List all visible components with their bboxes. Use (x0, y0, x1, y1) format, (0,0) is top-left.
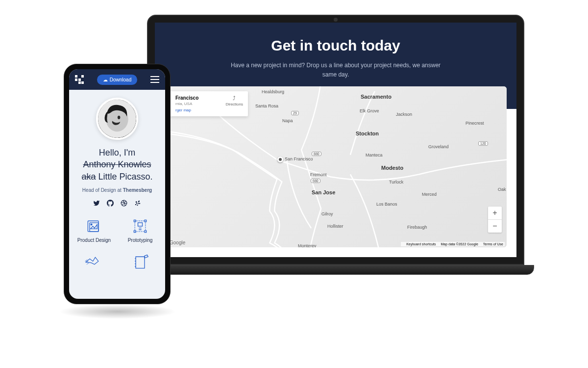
map-credits: Keyboard shortcuts Map data ©2022 Google… (401, 242, 505, 246)
zoom-in-button[interactable]: + (488, 207, 502, 219)
map-marker[interactable] (277, 157, 283, 162)
shield-120: 120 (478, 141, 488, 146)
svg-rect-11 (138, 223, 143, 226)
city-firebaugh: Firebaugh (407, 225, 427, 230)
phone-mockup: ☁ Download Hello, I'm (64, 64, 171, 304)
download-button[interactable]: ☁ Download (97, 75, 137, 85)
svg-point-6 (91, 224, 92, 225)
svg-rect-9 (134, 231, 136, 233)
map[interactable]: Francisco rnia, USA rger map ⤴ Direction… (165, 86, 507, 247)
map-larger-link[interactable]: rger map (175, 108, 242, 112)
city-jackson: Jackson (396, 112, 412, 117)
notes-icon (122, 253, 158, 271)
laptop-screen: Get in touch today Have a new project in… (155, 23, 516, 257)
cloud-download-icon: ☁ (103, 77, 108, 82)
origami-icon (76, 253, 112, 271)
city-stockton: Stockton (356, 131, 379, 136)
intro-hello: Hello, I'm (76, 147, 158, 158)
skill-prototyping: Prototyping (122, 217, 158, 243)
laptop-bezel: Get in touch today Have a new project in… (147, 15, 524, 265)
brand-logo[interactable] (75, 75, 84, 84)
intro-name: aka Little Picasso. (76, 171, 158, 183)
social-links (69, 200, 165, 208)
github-icon[interactable] (107, 200, 114, 208)
phone-bezel: ☁ Download Hello, I'm (64, 64, 171, 304)
svg-rect-8 (145, 220, 147, 222)
map-google-logo: Google (170, 240, 185, 245)
product-design-icon (76, 217, 112, 236)
city-healdsburg: Healdsburg (262, 89, 284, 94)
directions-icon: ⤴ (225, 95, 243, 101)
city-elk-grove: Elk Grove (360, 108, 379, 113)
shield-680: 680 (311, 179, 320, 183)
city-santa-rosa: Santa Rosa (255, 104, 278, 108)
svg-rect-10 (145, 231, 147, 233)
menu-button[interactable] (150, 74, 159, 85)
intro-strike-name: Anthony Knowles (76, 158, 158, 170)
intro-subtitle: Head of Design at Themesberg (76, 187, 158, 193)
skill-product-design: Product Design (76, 217, 112, 243)
city-sacramento: Sacramento (361, 94, 392, 100)
map-data-attribution: Map data ©2022 Google (441, 242, 478, 246)
avatar (96, 98, 138, 140)
city-hollister: Hollister (327, 224, 343, 229)
city-gilroy: Gilroy (321, 211, 333, 216)
skill-label: Prototyping (122, 237, 158, 243)
city-pinecrest: Pinecrest (466, 121, 484, 126)
city-oak: Oak (498, 187, 506, 192)
laptop-camera (334, 18, 338, 22)
city-groveland: Groveland (428, 144, 449, 149)
intro-section: Hello, I'm Anthony Knowles aka Little Pi… (69, 147, 165, 193)
laptop-mockup: Get in touch today Have a new project in… (137, 15, 534, 285)
slack-icon[interactable] (134, 200, 141, 208)
shield-880: 880 (312, 152, 321, 156)
contact-subtitle: Have a new project in mind? Drop us a li… (165, 61, 507, 79)
prototyping-icon (122, 217, 158, 236)
phone-header: ☁ Download (69, 69, 165, 90)
map-terms-link[interactable]: Terms of Use (483, 242, 503, 246)
dribbble-icon[interactable] (121, 200, 127, 208)
map-directions[interactable]: ⤴ Directions (225, 95, 243, 106)
city-monterey: Monterey (298, 243, 317, 247)
contact-title: Get in touch today (165, 37, 507, 54)
city-fremont: Fremont (310, 172, 327, 177)
phone-screen: ☁ Download Hello, I'm (69, 69, 165, 299)
skill-label: Product Design (76, 237, 112, 243)
map-info-card: Francisco rnia, USA rger map ⤴ Direction… (170, 91, 248, 116)
shield-29: 29 (291, 111, 299, 115)
map-keyboard-shortcuts[interactable]: Keyboard shortcuts (406, 242, 436, 246)
phone-shadow (59, 304, 176, 319)
twitter-icon[interactable] (93, 200, 100, 208)
svg-rect-7 (134, 220, 136, 222)
city-manteca: Manteca (366, 153, 383, 158)
skill-origami (76, 253, 112, 273)
city-san-francisco: San Francisco (285, 157, 313, 161)
city-modesto: Modesto (381, 165, 403, 171)
zoom-out-button[interactable]: − (488, 219, 502, 233)
city-san-jose: San Jose (312, 189, 335, 195)
skill-notes (122, 253, 158, 273)
skills-grid: Product Design Prototyping (69, 217, 165, 273)
city-napa: Napa (282, 118, 293, 123)
city-merced: Merced (422, 192, 437, 197)
laptop-base (137, 265, 534, 275)
city-turlock: Turlock (389, 180, 403, 184)
svg-point-2 (118, 116, 120, 119)
map-zoom-controls: + − (488, 207, 502, 233)
city-los-banos: Los Banos (376, 202, 397, 207)
